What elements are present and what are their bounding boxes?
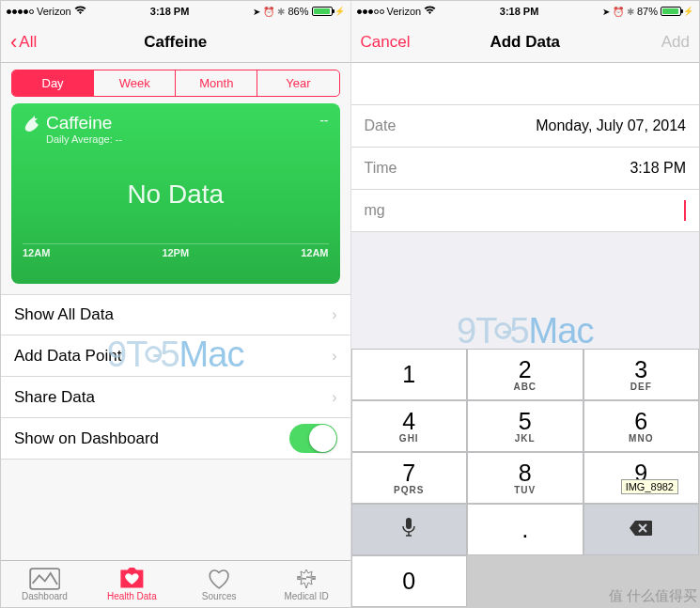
navbar: ‹ All Caffeine — [1, 22, 350, 63]
caffeine-card[interactable]: Caffeine Daily Average: -- -- No Data 12… — [11, 103, 340, 284]
key-8[interactable]: 8TUV — [467, 452, 583, 504]
chevron-right-icon: › — [332, 348, 336, 365]
key-period[interactable]: . — [467, 504, 583, 555]
backspace-icon — [629, 518, 653, 542]
microphone-icon — [401, 517, 416, 543]
alarm-icon: ⏰ — [613, 7, 624, 17]
svg-rect-0 — [30, 569, 59, 589]
tab-medical-id[interactable]: Medical ID — [263, 561, 350, 607]
tab-health-data[interactable]: Health Data — [88, 561, 176, 607]
key-4[interactable]: 4GHI — [351, 400, 468, 452]
row-add-data-point[interactable]: Add Data Point › — [1, 335, 350, 377]
svg-rect-1 — [406, 518, 412, 529]
key-3[interactable]: 3DEF — [583, 349, 700, 400]
row-time[interactable]: Time 3:18 PM — [351, 148, 700, 190]
chevron-left-icon: ‹ — [10, 32, 17, 53]
row-share-data[interactable]: Share Data › — [1, 377, 350, 418]
key-2[interactable]: 2ABC — [467, 349, 583, 400]
chevron-right-icon: › — [332, 306, 336, 323]
sources-icon — [207, 568, 231, 590]
location-icon: ➤ — [602, 7, 610, 17]
card-value: -- — [319, 113, 328, 128]
segment-month[interactable]: Month — [175, 70, 257, 96]
axis-12am-1: 12AM — [23, 247, 50, 258]
wifi-icon — [424, 6, 436, 17]
statusbar-time: 3:18 PM — [86, 6, 254, 17]
statusbar: Verizon 3:18 PM ➤ ⏰ ✱ 87% ⚡ — [351, 1, 700, 22]
signal-dots-icon — [7, 9, 34, 14]
battery-icon: ⚡ — [312, 7, 345, 16]
segment-week[interactable]: Week — [93, 70, 175, 96]
alarm-icon: ⏰ — [263, 7, 274, 17]
carrier-label: Verizon — [37, 6, 71, 17]
health-data-icon — [118, 568, 146, 590]
key-5[interactable]: 5JKL — [467, 400, 583, 452]
card-subtitle: Daily Average: -- — [46, 133, 122, 145]
back-button[interactable]: ‹ All — [10, 32, 37, 53]
row-mg[interactable]: mg — [351, 190, 700, 232]
text-cursor — [684, 200, 686, 221]
row-date[interactable]: Date Monday, July 07, 2014 — [351, 105, 700, 148]
key-7[interactable]: 7PQRS — [351, 452, 468, 504]
time-range-segmented: Day Week Month Year — [11, 70, 340, 97]
carrot-icon — [23, 116, 39, 136]
image-tooltip: IMG_8982 — [621, 479, 678, 494]
battery-icon: ⚡ — [661, 7, 693, 16]
tab-dashboard[interactable]: Dashboard — [1, 561, 88, 607]
content-spacer — [351, 232, 700, 349]
axis-12pm: 12PM — [162, 247, 189, 258]
location-icon: ➤ — [253, 7, 260, 17]
key-0[interactable]: 0 — [351, 555, 468, 607]
cancel-button[interactable]: Cancel — [361, 33, 411, 52]
phone-right: Verizon 3:18 PM ➤ ⏰ ✱ 87% ⚡ Cancel Add D… — [350, 1, 700, 607]
numeric-keypad: 1 2ABC 3DEF 4GHI 5JKL 6MNO 7PQRS 8TUV 9W… — [351, 349, 700, 607]
time-label: Time — [365, 160, 430, 177]
tabbar: Dashboard Health Data Sources Medical ID — [1, 560, 350, 607]
add-button[interactable]: Add — [661, 33, 690, 52]
nav-title: Caffeine — [78, 33, 273, 52]
signal-dots-icon — [357, 9, 384, 14]
key-backspace[interactable] — [583, 504, 700, 555]
statusbar: Verizon 3:18 PM ➤ ⏰ ✱ 86% ⚡ — [1, 1, 350, 22]
bluetooth-icon: ✱ — [277, 7, 285, 17]
chevron-right-icon: › — [332, 389, 336, 406]
statusbar-time: 3:18 PM — [436, 6, 602, 17]
key-6[interactable]: 6MNO — [583, 400, 700, 452]
navbar: Cancel Add Data Add — [351, 22, 700, 63]
segment-year[interactable]: Year — [257, 70, 338, 96]
dashboard-toggle[interactable] — [289, 424, 337, 453]
key-1[interactable]: 1 — [351, 349, 468, 400]
footer-watermark: 值 什么值得买 — [609, 587, 697, 605]
wifi-icon — [74, 6, 86, 17]
card-no-data: No Data — [23, 145, 329, 243]
battery-pct: 87% — [637, 6, 658, 17]
back-label: All — [19, 33, 37, 52]
date-label: Date — [365, 117, 430, 134]
dashboard-icon — [29, 568, 61, 590]
tab-sources[interactable]: Sources — [176, 561, 263, 607]
mg-input[interactable] — [430, 200, 687, 221]
segment-day[interactable]: Day — [12, 70, 93, 96]
nav-title: Add Data — [428, 33, 623, 52]
key-9[interactable]: 9WXYZ — [583, 452, 700, 504]
row-show-all-data[interactable]: Show All Data › — [1, 294, 350, 335]
axis-12am-2: 12AM — [301, 247, 328, 258]
unit-label: mg — [365, 202, 430, 219]
blank-row — [351, 63, 700, 105]
bluetooth-icon: ✱ — [627, 7, 634, 17]
time-value: 3:18 PM — [430, 160, 687, 177]
row-show-on-dashboard: Show on Dashboard — [1, 418, 350, 460]
battery-pct: 86% — [288, 6, 308, 17]
phone-left: Verizon 3:18 PM ➤ ⏰ ✱ 86% ⚡ ‹ All Caffei… — [1, 1, 350, 607]
carrier-label: Verizon — [387, 6, 422, 17]
key-mic[interactable] — [351, 504, 468, 555]
card-title: Caffeine — [46, 113, 122, 133]
card-axis: 12AM 12PM 12AM — [23, 243, 329, 258]
medical-id-icon — [295, 568, 318, 590]
date-value: Monday, July 07, 2014 — [430, 117, 687, 134]
